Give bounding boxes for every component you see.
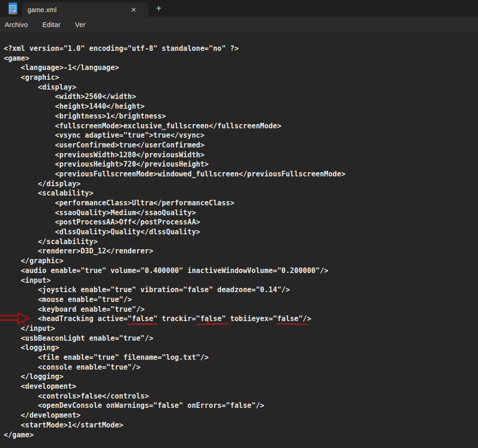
code-line: <graphic> (4, 73, 478, 83)
code-line: <previousHeight>720</previousHeight> (4, 160, 478, 169)
code-line: <controls>false</controls> (4, 392, 478, 401)
code-line: <startMode>1</startMode> (4, 420, 478, 430)
code-line: <headTracking active="false" trackir="fa… (4, 314, 478, 324)
code-line: </graphic> (4, 256, 478, 266)
code-line: <logging> (4, 343, 478, 353)
code-line: <postProcessAA>Off</postProcessAA> (4, 217, 478, 227)
code-line: <language>-1</language> (4, 63, 478, 73)
code-line: </scalability> (4, 237, 478, 247)
code-line: <usbBeaconLight enable="true"/> (4, 334, 478, 343)
code-line: <input> (4, 276, 478, 286)
notepad-app-icon (7, 2, 18, 15)
annotation-underline: false (132, 315, 154, 323)
code-line: </logging> (4, 372, 478, 382)
code-line: <openDevConsole onWarnings="false" onErr… (4, 401, 478, 411)
notepad-icon (8, 2, 17, 14)
code-line: <scalability> (4, 189, 478, 198)
new-tab-button[interactable]: + (152, 1, 166, 15)
tab-bar: game.xml ✕ + (0, 0, 478, 17)
editor-code: <?xml version="1.0" encoding="utf-8" sta… (4, 44, 478, 440)
tab-title: game.xml (28, 6, 56, 14)
code-line: <performanceClass>Ultra</performanceClas… (4, 198, 478, 208)
menu-archivo[interactable]: Archivo (5, 21, 28, 28)
annotation-underline: false (200, 315, 222, 323)
code-line: <audio enable="true" volume="0.400000" i… (4, 266, 478, 276)
tab-game-xml[interactable]: game.xml ✕ (22, 2, 148, 17)
editor[interactable]: <?xml version="1.0" encoding="utf-8" sta… (0, 33, 478, 448)
code-line: <previousFullscreenMode>windowed_fullscr… (4, 169, 478, 179)
close-tab-icon[interactable]: ✕ (129, 6, 138, 14)
code-line: </display> (4, 179, 478, 189)
code-line: </input> (4, 324, 478, 334)
code-line: <keyboard enable="true"/> (4, 305, 478, 315)
code-line: <ssaoQuality>Medium</ssaoQuality> (4, 208, 478, 218)
code-line: <vsync adaptive="true">true</vsync> (4, 131, 478, 140)
code-line: <width>2560</width> (4, 92, 478, 102)
menu-editar[interactable]: Editar (42, 21, 61, 28)
code-line: <joystick enable="true" vibration="false… (4, 285, 478, 295)
code-line: <renderer>D3D_12</renderer> (4, 246, 478, 256)
code-line: <brightness>1</brightness> (4, 112, 478, 121)
code-line: <game> (4, 54, 478, 63)
notepad-window: game.xml ✕ + Archivo Editar Ver <?xml ve… (0, 0, 478, 448)
code-line: <file enable="true" filename="log.txt"/> (4, 353, 478, 363)
code-line: <userConfirmed>true</userConfirmed> (4, 140, 478, 150)
menu-ver[interactable]: Ver (75, 21, 85, 28)
code-line: </development> (4, 411, 478, 420)
menu-bar: Archivo Editar Ver (0, 17, 478, 33)
code-line: <console enable="true"/> (4, 363, 478, 372)
code-line: </game> (4, 430, 478, 440)
code-line: <previousWidth>1280</previousWidth> (4, 150, 478, 160)
code-line: <height>1440</height> (4, 102, 478, 112)
annotation-underline: false (277, 315, 299, 323)
code-line: <fullscreenMode>exclusive_fullscreen</fu… (4, 121, 478, 131)
code-line: <dlssQuality>Quality</dlssQuality> (4, 227, 478, 237)
code-line: <display> (4, 83, 478, 92)
code-line: <mouse enable="true"/> (4, 295, 478, 305)
code-line: <development> (4, 382, 478, 392)
code-line: <?xml version="1.0" encoding="utf-8" sta… (4, 44, 478, 54)
